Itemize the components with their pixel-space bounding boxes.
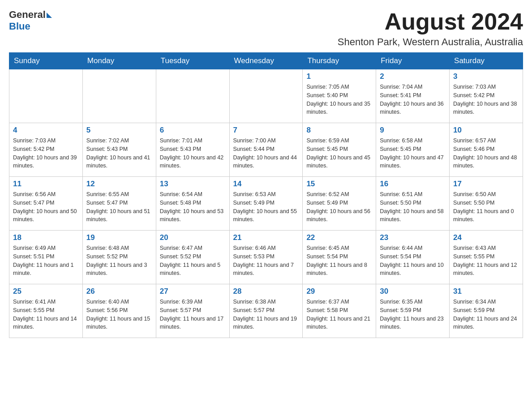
- day-info: Sunrise: 6:44 AM Sunset: 5:54 PM Dayligh…: [380, 244, 446, 278]
- day-number: 15: [306, 180, 372, 188]
- col-friday: Friday: [376, 53, 450, 69]
- day-info: Sunrise: 6:43 AM Sunset: 5:55 PM Dayligh…: [453, 244, 519, 278]
- day-number: 17: [453, 180, 519, 188]
- day-cell: 11Sunrise: 6:56 AM Sunset: 5:47 PM Dayli…: [9, 177, 83, 231]
- day-info: Sunrise: 6:55 AM Sunset: 5:47 PM Dayligh…: [86, 190, 152, 224]
- day-info: Sunrise: 6:52 AM Sunset: 5:49 PM Dayligh…: [306, 190, 372, 224]
- col-saturday: Saturday: [450, 53, 523, 69]
- day-number: 7: [233, 126, 299, 135]
- day-cell: 3Sunrise: 7:03 AM Sunset: 5:42 PM Daylig…: [450, 69, 523, 123]
- day-info: Sunrise: 6:35 AM Sunset: 5:59 PM Dayligh…: [380, 298, 446, 331]
- day-info: Sunrise: 7:04 AM Sunset: 5:41 PM Dayligh…: [380, 83, 446, 116]
- day-cell: 14Sunrise: 6:53 AM Sunset: 5:49 PM Dayli…: [229, 177, 303, 231]
- day-info: Sunrise: 6:40 AM Sunset: 5:56 PM Dayligh…: [86, 298, 152, 331]
- day-cell: 25Sunrise: 6:41 AM Sunset: 5:55 PM Dayli…: [9, 284, 83, 338]
- day-number: 18: [13, 233, 79, 242]
- day-info: Sunrise: 6:57 AM Sunset: 5:46 PM Dayligh…: [453, 137, 519, 170]
- day-number: 23: [380, 233, 446, 242]
- day-number: 20: [160, 233, 226, 242]
- day-info: Sunrise: 6:50 AM Sunset: 5:50 PM Dayligh…: [453, 190, 519, 224]
- day-number: 9: [380, 126, 446, 135]
- day-cell: 28Sunrise: 6:38 AM Sunset: 5:57 PM Dayli…: [229, 284, 303, 338]
- day-cell: [9, 69, 83, 123]
- day-number: 4: [13, 126, 79, 135]
- calendar-header: Sunday Monday Tuesday Wednesday Thursday…: [9, 53, 523, 69]
- col-monday: Monday: [82, 53, 156, 69]
- col-thursday: Thursday: [303, 53, 376, 69]
- logo-text: GeneralBlue: [9, 9, 52, 32]
- day-cell: [82, 69, 156, 123]
- day-number: 11: [13, 180, 79, 188]
- logo: GeneralBlue: [9, 9, 52, 32]
- day-cell: 30Sunrise: 6:35 AM Sunset: 5:59 PM Dayli…: [376, 284, 450, 338]
- day-info: Sunrise: 6:37 AM Sunset: 5:58 PM Dayligh…: [306, 298, 372, 331]
- day-info: Sunrise: 7:03 AM Sunset: 5:42 PM Dayligh…: [453, 83, 519, 116]
- day-cell: 19Sunrise: 6:48 AM Sunset: 5:52 PM Dayli…: [82, 231, 156, 284]
- day-number: 12: [86, 180, 152, 188]
- day-number: 22: [306, 233, 372, 242]
- day-cell: 4Sunrise: 7:03 AM Sunset: 5:42 PM Daylig…: [9, 123, 83, 177]
- day-info: Sunrise: 7:02 AM Sunset: 5:43 PM Dayligh…: [86, 137, 152, 170]
- week-row-3: 11Sunrise: 6:56 AM Sunset: 5:47 PM Dayli…: [9, 177, 523, 231]
- day-cell: 7Sunrise: 7:00 AM Sunset: 5:44 PM Daylig…: [229, 123, 303, 177]
- day-number: 1: [306, 72, 372, 81]
- day-cell: 2Sunrise: 7:04 AM Sunset: 5:41 PM Daylig…: [376, 69, 450, 123]
- col-wednesday: Wednesday: [229, 53, 303, 69]
- day-cell: 24Sunrise: 6:43 AM Sunset: 5:55 PM Dayli…: [450, 231, 523, 284]
- day-number: 19: [86, 233, 152, 242]
- day-info: Sunrise: 6:41 AM Sunset: 5:55 PM Dayligh…: [13, 298, 79, 331]
- day-cell: 18Sunrise: 6:49 AM Sunset: 5:51 PM Dayli…: [9, 231, 83, 284]
- day-number: 6: [160, 126, 226, 135]
- day-number: 5: [86, 126, 152, 135]
- day-number: 21: [233, 233, 299, 242]
- day-info: Sunrise: 6:53 AM Sunset: 5:49 PM Dayligh…: [233, 190, 299, 224]
- day-cell: 31Sunrise: 6:34 AM Sunset: 5:59 PM Dayli…: [450, 284, 523, 338]
- day-cell: 27Sunrise: 6:39 AM Sunset: 5:57 PM Dayli…: [156, 284, 229, 338]
- week-row-4: 18Sunrise: 6:49 AM Sunset: 5:51 PM Dayli…: [9, 231, 523, 284]
- day-info: Sunrise: 6:49 AM Sunset: 5:51 PM Dayligh…: [13, 244, 79, 278]
- day-info: Sunrise: 7:01 AM Sunset: 5:43 PM Dayligh…: [160, 137, 226, 170]
- day-number: 2: [380, 72, 446, 81]
- day-number: 29: [306, 287, 372, 296]
- day-info: Sunrise: 6:45 AM Sunset: 5:54 PM Dayligh…: [306, 244, 372, 278]
- day-number: 27: [160, 287, 226, 296]
- day-number: 26: [86, 287, 152, 296]
- day-cell: 20Sunrise: 6:47 AM Sunset: 5:52 PM Dayli…: [156, 231, 229, 284]
- day-cell: 29Sunrise: 6:37 AM Sunset: 5:58 PM Dayli…: [303, 284, 376, 338]
- day-number: 14: [233, 180, 299, 188]
- day-cell: 15Sunrise: 6:52 AM Sunset: 5:49 PM Dayli…: [303, 177, 376, 231]
- day-cell: 13Sunrise: 6:54 AM Sunset: 5:48 PM Dayli…: [156, 177, 229, 231]
- title-section: August 2024 Shenton Park, Western Austra…: [338, 9, 523, 48]
- week-row-1: 1Sunrise: 7:05 AM Sunset: 5:40 PM Daylig…: [9, 69, 523, 123]
- day-info: Sunrise: 7:05 AM Sunset: 5:40 PM Dayligh…: [306, 83, 372, 116]
- day-info: Sunrise: 6:59 AM Sunset: 5:45 PM Dayligh…: [306, 137, 372, 170]
- day-cell: 8Sunrise: 6:59 AM Sunset: 5:45 PM Daylig…: [303, 123, 376, 177]
- day-info: Sunrise: 6:47 AM Sunset: 5:52 PM Dayligh…: [160, 244, 226, 278]
- day-cell: 23Sunrise: 6:44 AM Sunset: 5:54 PM Dayli…: [376, 231, 450, 284]
- header-row: Sunday Monday Tuesday Wednesday Thursday…: [9, 53, 523, 69]
- day-number: 10: [453, 126, 519, 135]
- day-number: 3: [453, 72, 519, 81]
- day-info: Sunrise: 6:51 AM Sunset: 5:50 PM Dayligh…: [380, 190, 446, 224]
- page-header: GeneralBlue August 2024 Shenton Park, We…: [9, 9, 523, 48]
- day-number: 24: [453, 233, 519, 242]
- calendar-table: Sunday Monday Tuesday Wednesday Thursday…: [9, 52, 523, 338]
- week-row-5: 25Sunrise: 6:41 AM Sunset: 5:55 PM Dayli…: [9, 284, 523, 338]
- day-number: 31: [453, 287, 519, 296]
- day-info: Sunrise: 6:48 AM Sunset: 5:52 PM Dayligh…: [86, 244, 152, 278]
- day-cell: 12Sunrise: 6:55 AM Sunset: 5:47 PM Dayli…: [82, 177, 156, 231]
- day-cell: [229, 69, 303, 123]
- month-title: August 2024: [338, 9, 523, 34]
- day-info: Sunrise: 6:39 AM Sunset: 5:57 PM Dayligh…: [160, 298, 226, 331]
- day-cell: 6Sunrise: 7:01 AM Sunset: 5:43 PM Daylig…: [156, 123, 229, 177]
- day-cell: [156, 69, 229, 123]
- day-info: Sunrise: 6:56 AM Sunset: 5:47 PM Dayligh…: [13, 190, 79, 224]
- calendar-body: 1Sunrise: 7:05 AM Sunset: 5:40 PM Daylig…: [9, 69, 523, 338]
- day-cell: 1Sunrise: 7:05 AM Sunset: 5:40 PM Daylig…: [303, 69, 376, 123]
- day-number: 28: [233, 287, 299, 296]
- day-info: Sunrise: 6:46 AM Sunset: 5:53 PM Dayligh…: [233, 244, 299, 278]
- logo-blue-text: Blue: [9, 21, 30, 32]
- logo-triangle-icon: [47, 13, 52, 18]
- day-cell: 17Sunrise: 6:50 AM Sunset: 5:50 PM Dayli…: [450, 177, 523, 231]
- day-number: 25: [13, 287, 79, 296]
